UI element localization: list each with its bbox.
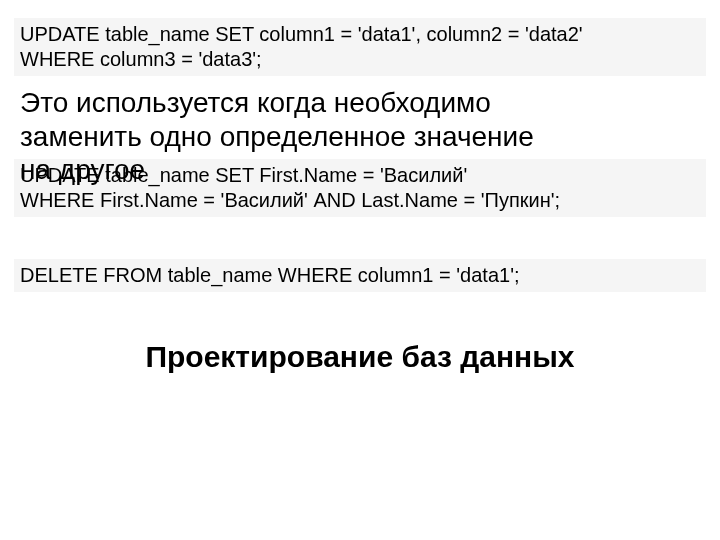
overlap-region: UPDATE table_name SET First.Name = 'Васи… bbox=[14, 153, 706, 249]
text-line: заменить одно определенное значение bbox=[20, 120, 700, 154]
code-line: UPDATE table_name SET column1 = 'data1',… bbox=[20, 22, 700, 47]
code-block-update-generic: UPDATE table_name SET column1 = 'data1',… bbox=[14, 18, 706, 76]
code-line: DELETE FROM table_name WHERE column1 = '… bbox=[20, 263, 700, 288]
slide: UPDATE table_name SET column1 = 'data1',… bbox=[0, 0, 720, 540]
code-line: WHERE column3 = 'data3'; bbox=[20, 47, 700, 72]
section-heading: Проектирование баз данных bbox=[14, 340, 706, 374]
text-line: Это используется когда необходимо bbox=[20, 86, 700, 120]
explanation-text: Это используется когда необходимо замени… bbox=[14, 82, 706, 153]
code-block-delete: DELETE FROM table_name WHERE column1 = '… bbox=[14, 259, 706, 292]
code-line: WHERE First.Name = 'Василий' AND Last.Na… bbox=[20, 188, 700, 213]
text-line: на другое bbox=[20, 153, 145, 187]
